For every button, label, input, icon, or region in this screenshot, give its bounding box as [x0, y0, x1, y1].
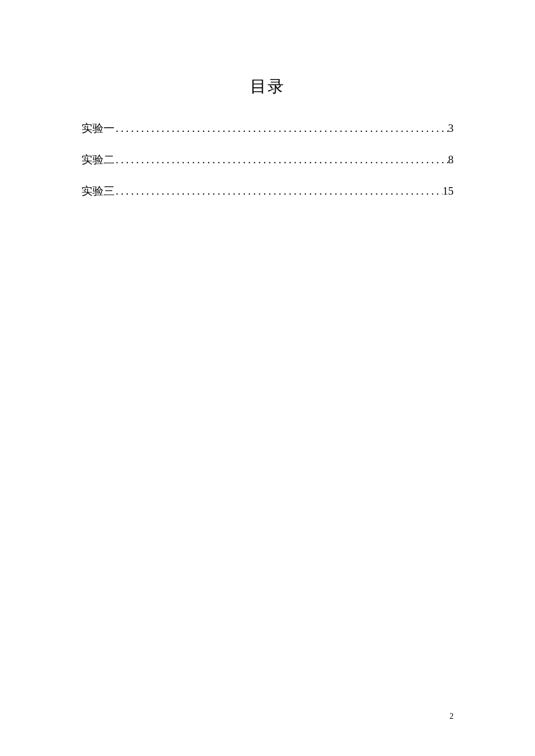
toc-dots [115, 185, 443, 198]
toc-entry: 实验一 3 [81, 121, 454, 136]
toc-entry-label: 实验二 [81, 152, 115, 167]
page-number: 2 [450, 712, 454, 721]
table-of-contents: 实验一 3 实验二 8 实验三 15 [81, 121, 454, 199]
toc-dots [115, 153, 448, 166]
toc-dots [115, 122, 448, 135]
toc-title: 目录 [81, 76, 454, 98]
toc-entry-page: 8 [448, 153, 454, 166]
toc-entry-page: 15 [443, 185, 454, 198]
toc-entry: 实验二 8 [81, 152, 454, 167]
toc-entry-page: 3 [448, 122, 454, 135]
document-page: 目录 实验一 3 实验二 8 实验三 15 2 [0, 0, 535, 756]
toc-entry-label: 实验一 [81, 121, 115, 136]
toc-entry-label: 实验三 [81, 184, 115, 199]
toc-entry: 实验三 15 [81, 184, 454, 199]
